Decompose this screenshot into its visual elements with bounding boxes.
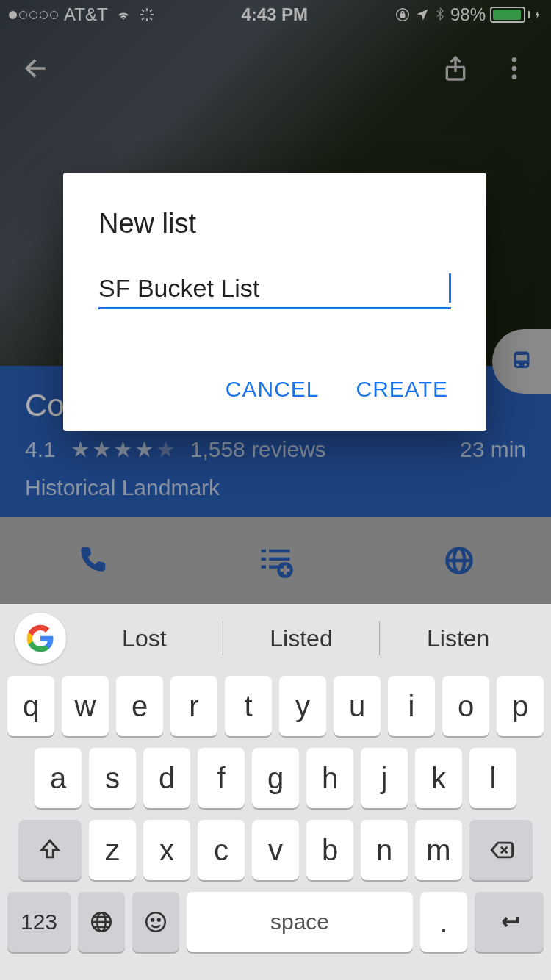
suggestion-2[interactable]: Listed: [223, 625, 380, 652]
key-y[interactable]: y: [279, 676, 326, 736]
key-q[interactable]: q: [7, 676, 54, 736]
google-g-icon: [26, 624, 55, 653]
on-screen-keyboard: Lost Listed Listen qwertyuiop asdfghjkl …: [0, 604, 551, 980]
key-w[interactable]: w: [62, 676, 109, 736]
key-v[interactable]: v: [252, 820, 299, 880]
key-i[interactable]: i: [388, 676, 435, 736]
return-icon: [494, 909, 524, 934]
dialog-title: New list: [98, 208, 451, 239]
backspace-key[interactable]: [469, 820, 533, 880]
key-j[interactable]: j: [361, 748, 408, 808]
key-u[interactable]: u: [334, 676, 381, 736]
list-name-input-text: SF Bucket List: [98, 274, 449, 303]
number-mode-key[interactable]: 123: [7, 892, 71, 952]
list-name-field[interactable]: SF Bucket List: [98, 273, 451, 309]
period-key[interactable]: .: [420, 892, 467, 952]
key-h[interactable]: h: [306, 748, 353, 808]
emoji-key[interactable]: [132, 892, 179, 952]
new-list-dialog: New list SF Bucket List CANCEL CREATE: [63, 173, 486, 431]
suggestion-3[interactable]: Listen: [380, 625, 536, 652]
google-search-button[interactable]: [15, 613, 66, 664]
key-f[interactable]: f: [198, 748, 245, 808]
space-key[interactable]: space: [187, 892, 413, 952]
key-s[interactable]: s: [89, 748, 136, 808]
key-x[interactable]: x: [143, 820, 190, 880]
key-d[interactable]: d: [143, 748, 190, 808]
globe-icon: [89, 909, 114, 934]
key-n[interactable]: n: [361, 820, 408, 880]
shift-icon: [37, 837, 62, 862]
text-cursor: [449, 273, 451, 303]
key-p[interactable]: p: [497, 676, 544, 736]
return-key[interactable]: [475, 892, 544, 952]
key-e[interactable]: e: [116, 676, 163, 736]
svg-point-16: [151, 919, 154, 921]
globe-key[interactable]: [78, 892, 125, 952]
key-r[interactable]: r: [170, 676, 217, 736]
key-k[interactable]: k: [415, 748, 462, 808]
backspace-icon: [486, 837, 516, 862]
key-b[interactable]: b: [306, 820, 353, 880]
key-l[interactable]: l: [469, 748, 516, 808]
svg-point-15: [146, 912, 165, 932]
key-m[interactable]: m: [415, 820, 462, 880]
key-c[interactable]: c: [198, 820, 245, 880]
emoji-icon: [143, 909, 168, 934]
shift-key[interactable]: [18, 820, 82, 880]
svg-point-17: [158, 919, 160, 921]
key-a[interactable]: a: [35, 748, 82, 808]
key-z[interactable]: z: [89, 820, 136, 880]
key-o[interactable]: o: [442, 676, 489, 736]
suggestion-1[interactable]: Lost: [66, 625, 223, 652]
create-button[interactable]: CREATE: [356, 377, 448, 402]
cancel-button[interactable]: CANCEL: [226, 377, 320, 402]
key-t[interactable]: t: [225, 676, 272, 736]
key-g[interactable]: g: [252, 748, 299, 808]
